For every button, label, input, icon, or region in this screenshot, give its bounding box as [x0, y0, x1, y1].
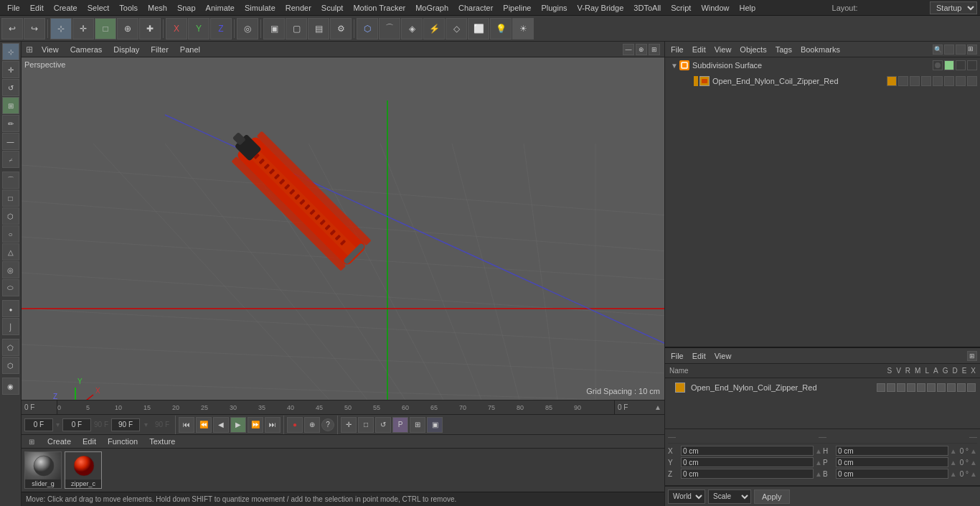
move-tool-button[interactable]: ✛ [72, 18, 94, 39]
attr-menu-file[interactable]: File [668, 350, 687, 362]
deformer-button[interactable]: ⚡ [423, 18, 445, 39]
obj-badge-5[interactable] [944, 76, 954, 86]
obj-badge-7[interactable] [967, 76, 977, 86]
render-preview-button[interactable]: ▣ [427, 417, 443, 433]
attr-icon-4[interactable] [907, 383, 915, 392]
obj-layers-icon[interactable] [956, 44, 966, 55]
material-menu-edit[interactable]: Edit [80, 436, 99, 447]
obj-menu-edit[interactable]: Edit [689, 44, 709, 55]
viewport-menu-filter[interactable]: Filter [148, 44, 171, 55]
transport-end-input[interactable] [111, 418, 140, 431]
coord-pval-arrow[interactable]: ▲ [970, 459, 977, 467]
coord-hval-arrow[interactable]: ▲ [970, 447, 977, 455]
scene-button[interactable]: ☀ [512, 18, 534, 39]
coord-bval-arrow[interactable]: ▲ [970, 470, 977, 478]
scale-select[interactable]: Scale [708, 489, 751, 504]
select-tool-button[interactable]: ⊹ [50, 18, 72, 39]
coord-y-arrow[interactable]: ▲ [815, 459, 822, 467]
transport-start-input[interactable] [62, 418, 91, 431]
apply-button[interactable]: Apply [754, 489, 790, 504]
material-zipper-c[interactable]: zipper_c [65, 451, 102, 489]
coord-p-input[interactable] [836, 457, 948, 467]
record-button[interactable]: ● [287, 417, 303, 433]
environment-button[interactable]: ◇ [446, 18, 467, 39]
attr-icon-5[interactable] [917, 383, 925, 392]
x-axis-button[interactable]: X [166, 18, 187, 39]
obj-dot-1[interactable] [956, 60, 966, 70]
menu-motion-tracker[interactable]: Motion Tracker [349, 2, 410, 14]
obj-dot-2[interactable] [967, 60, 977, 70]
frame-all-button[interactable]: ⊞ [410, 417, 425, 433]
rotate-tool-button[interactable]: □ [95, 18, 116, 39]
sidebar-rotate[interactable]: ↺ [2, 79, 19, 96]
obj-check-green[interactable] [933, 60, 943, 70]
attr-icon-9[interactable] [957, 383, 966, 392]
sidebar-poly-pen[interactable]: ✏ [2, 115, 19, 132]
cube-button[interactable]: ⬡ [357, 18, 378, 39]
timeline-arrow-up[interactable]: ▲ [654, 403, 661, 411]
material-menu-function[interactable]: Function [105, 436, 141, 447]
attr-icon-7[interactable] [937, 383, 946, 392]
y-axis-button[interactable]: Y [188, 18, 209, 39]
step-forward-button[interactable]: ⏩ [248, 417, 263, 433]
step-back-button[interactable]: ⏪ [196, 417, 212, 433]
menu-select[interactable]: Select [83, 2, 114, 14]
sidebar-paint[interactable]: ⬡ [2, 357, 19, 374]
menu-edit[interactable]: Edit [26, 2, 48, 14]
layout-select[interactable]: Startup [930, 1, 977, 14]
obj-menu-file[interactable]: File [668, 44, 687, 55]
render-anim-button[interactable]: ▤ [308, 18, 329, 39]
obj-badge-2[interactable] [910, 76, 920, 86]
curve-button[interactable]: ⌒ [379, 18, 400, 39]
menu-create[interactable]: Create [50, 2, 82, 14]
z-axis-button[interactable]: Z [210, 18, 232, 39]
menu-simulate[interactable]: Simulate [240, 2, 280, 14]
obj-maximize-icon[interactable]: ⊞ [967, 44, 977, 55]
transport-frame-input[interactable] [24, 418, 53, 431]
obj-menu-view[interactable]: View [712, 44, 735, 55]
menu-snap[interactable]: Snap [173, 2, 200, 14]
menu-script[interactable]: Script [666, 2, 695, 14]
viewport-menu-cameras[interactable]: Cameras [67, 44, 105, 55]
coord-h-input[interactable] [836, 446, 948, 456]
coord-p-arrow[interactable]: ▲ [950, 459, 957, 467]
attr-row-zipper[interactable]: Open_End_Nylon_Coil_Zipper_Red [666, 380, 979, 395]
object-mode-button[interactable]: ◎ [237, 18, 258, 39]
render-view-button[interactable]: ▢ [286, 18, 307, 39]
obj-badge-6[interactable] [956, 76, 966, 86]
sidebar-magnet[interactable]: ⌿ [2, 151, 19, 168]
attr-icon-2[interactable] [887, 383, 895, 392]
obj-expand-icon[interactable]: ▼ [671, 62, 679, 70]
menu-pipeline[interactable]: Pipeline [499, 2, 535, 14]
play-forward-button[interactable]: ▶ [230, 417, 246, 433]
timeline-ruler[interactable]: 0 5 10 15 20 25 30 35 40 45 50 55 60 65 … [57, 400, 614, 414]
viewport[interactable]: X Y Z [22, 57, 664, 400]
coord-x-input[interactable] [681, 446, 814, 456]
obj-menu-tags[interactable]: Tags [773, 44, 795, 55]
menu-animate[interactable]: Animate [202, 2, 239, 14]
attr-icon-3[interactable] [897, 383, 905, 392]
viewport-menu-display[interactable]: Display [110, 44, 142, 55]
viewport-minimize[interactable]: — [623, 44, 634, 55]
sidebar-cone[interactable]: △ [2, 243, 19, 261]
coord-b-input[interactable] [836, 469, 948, 479]
obj-badge-4[interactable] [933, 76, 943, 86]
attr-maximize-icon[interactable]: ⊞ [967, 351, 977, 361]
attr-icon-8[interactable] [947, 383, 956, 392]
sidebar-floor[interactable]: ⬥ [2, 300, 19, 317]
obj-menu-objects[interactable]: Objects [737, 44, 769, 55]
menu-vray[interactable]: V-Ray Bridge [573, 2, 628, 14]
redo-button[interactable]: ↪ [24, 18, 45, 39]
rotate-key-button[interactable]: ↺ [375, 417, 391, 433]
obj-menu-bookmarks[interactable]: Bookmarks [798, 44, 843, 55]
play-back-button[interactable]: ◀ [213, 417, 229, 433]
menu-tools[interactable]: Tools [115, 2, 142, 14]
obj-search-icon[interactable]: 🔍 [933, 44, 943, 55]
sidebar-cylinder[interactable]: ⬡ [2, 207, 19, 225]
menu-help[interactable]: Help [735, 2, 760, 14]
param-button[interactable]: P [392, 417, 408, 433]
sidebar-live-selection[interactable]: ⊹ [2, 43, 19, 60]
sidebar-extras[interactable]: ◉ [2, 378, 19, 395]
sidebar-box[interactable]: □ [2, 189, 19, 207]
light-button[interactable]: 💡 [490, 18, 512, 39]
